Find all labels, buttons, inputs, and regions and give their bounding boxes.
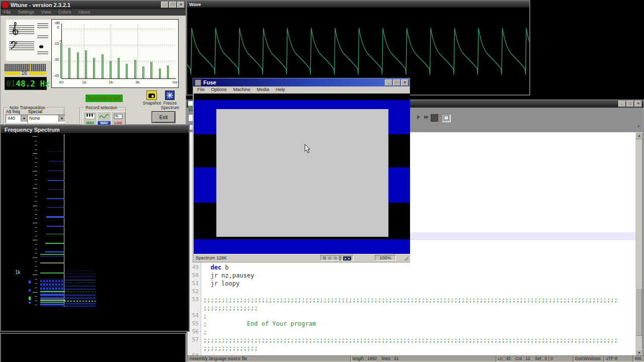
axis-tick bbox=[35, 279, 37, 280]
run-icon[interactable] bbox=[416, 114, 422, 120]
close-button[interactable]: × bbox=[401, 79, 409, 86]
peak-marker: × bbox=[59, 39, 62, 43]
chevron-down-icon[interactable]: ▼ bbox=[21, 115, 27, 122]
spectrogram-line bbox=[64, 295, 96, 296]
frequency-spectrum-window: Frequency Spectrum 1k bbox=[0, 125, 190, 332]
waveform-icon bbox=[99, 114, 109, 119]
menu-media[interactable]: Media bbox=[257, 87, 270, 94]
code-text: jr nz,pausey bbox=[203, 272, 254, 280]
menu-file[interactable]: File bbox=[4, 10, 11, 16]
snapshot-button[interactable] bbox=[146, 90, 157, 100]
code-text: ;;;;;;;;;;;;;;; bbox=[203, 344, 258, 352]
fuse-emulator-window: Fuse _ □ × File Options Machine Media He… bbox=[193, 78, 410, 262]
wtune-menubar: File Settings View Colors About bbox=[1, 9, 186, 16]
close-button[interactable]: × bbox=[634, 101, 642, 107]
axis-tick bbox=[35, 296, 37, 297]
minimize-button[interactable]: _ bbox=[161, 2, 169, 8]
recording-status[interactable]: Recording off bbox=[86, 95, 123, 102]
menu-about[interactable]: About bbox=[78, 10, 90, 16]
code-row: 50 jr nz,pausey bbox=[188, 272, 635, 280]
spectrogram-line bbox=[40, 304, 64, 305]
wtune-titlebar[interactable]: Wtune - version 2.3.2.1 _ □ × bbox=[1, 1, 186, 9]
menu-options[interactable]: Options bbox=[211, 87, 227, 94]
spectrogram-line bbox=[48, 170, 64, 171]
axis-tick bbox=[35, 166, 37, 167]
maximize-button[interactable]: □ bbox=[393, 79, 400, 86]
resize-grip-icon[interactable] bbox=[404, 255, 409, 261]
group-title: Record selection bbox=[84, 105, 119, 110]
wave-titlebar[interactable]: Wave bbox=[187, 1, 529, 8]
menu-file[interactable]: File bbox=[197, 87, 205, 94]
record-macro-icon[interactable] bbox=[431, 114, 438, 122]
spectrogram-line bbox=[48, 151, 64, 152]
spectrogram-line bbox=[47, 207, 64, 208]
spectrogram-line bbox=[64, 289, 96, 290]
axis-tick bbox=[35, 231, 37, 232]
spectrogram-line bbox=[46, 216, 64, 218]
scrollbar-thumb[interactable] bbox=[635, 288, 642, 336]
chevron-down-icon[interactable]: ▼ bbox=[58, 115, 65, 122]
tab-close-icon[interactable]: x bbox=[637, 124, 639, 128]
border-stripe bbox=[194, 239, 410, 255]
camera-lens bbox=[151, 95, 154, 98]
axis-tick bbox=[35, 305, 37, 305]
record-log-button[interactable]: LOG bbox=[111, 111, 126, 126]
spectrogram-line bbox=[64, 292, 96, 292]
special-label: Special bbox=[28, 109, 42, 114]
led-unit: Hz bbox=[35, 79, 50, 88]
harmonic-bar bbox=[60, 43, 62, 78]
spectrogram-line bbox=[40, 281, 64, 282]
menu-help[interactable]: Help bbox=[276, 87, 285, 94]
special-select[interactable]: None▼ bbox=[27, 115, 65, 123]
fuse-titlebar[interactable]: Fuse _ □ × bbox=[193, 78, 410, 86]
minimize-button[interactable]: _ bbox=[385, 79, 392, 86]
ytick-0: 0 bbox=[57, 25, 59, 30]
record-midi-button[interactable]: MIDI bbox=[83, 111, 98, 126]
close-button[interactable]: × bbox=[177, 2, 185, 8]
menu-settings[interactable]: Settings bbox=[18, 10, 35, 16]
axis-tick bbox=[33, 223, 37, 223]
code-row: ;;;;;;;;;;;;;;; bbox=[188, 344, 635, 352]
spectrogram-line bbox=[40, 256, 64, 256]
menu-machine[interactable]: Machine bbox=[233, 87, 251, 94]
axis-tick bbox=[35, 253, 37, 253]
a5-freq-select[interactable]: 440▼ bbox=[6, 115, 28, 123]
harmonic-bar bbox=[118, 58, 120, 78]
spectrogram-line bbox=[47, 226, 64, 227]
code-row: ;;;;;;;;;;;;;;; bbox=[188, 304, 635, 312]
ytick-15: -15 bbox=[53, 41, 59, 46]
xtick-40: 40 bbox=[59, 80, 63, 84]
maximize-button[interactable]: □ bbox=[169, 2, 177, 8]
gridline bbox=[84, 25, 85, 78]
axis-tick bbox=[35, 249, 37, 249]
vertical-scrollbar[interactable]: ▲ ▼ bbox=[635, 132, 642, 356]
freeze-spectrum-button[interactable] bbox=[165, 90, 175, 100]
spectrogram-line bbox=[64, 303, 96, 304]
plot-ylabel: dB bbox=[55, 21, 60, 25]
emulator-display[interactable] bbox=[194, 94, 410, 255]
code-text: ;;;;;;;;;;;;;;;;;;;;;;;;;;;;;;;;;;;;;;;;… bbox=[203, 336, 618, 344]
spectrogram-line bbox=[47, 180, 64, 181]
status-cursor-pos: Ln : 45 Col : 12 Sel : 0 | 0 bbox=[496, 355, 575, 362]
scroll-up-icon[interactable]: ▲ bbox=[635, 132, 643, 139]
maximize-button[interactable]: □ bbox=[626, 101, 634, 107]
menu-colors[interactable]: Colors bbox=[58, 10, 71, 16]
minimize-button[interactable]: _ bbox=[618, 101, 626, 107]
status-eol-format: Dos\Windows bbox=[573, 355, 606, 362]
xunit-hz: Hz bbox=[173, 80, 178, 84]
spectrogram-line bbox=[48, 189, 64, 190]
spectrogram-line bbox=[45, 243, 64, 244]
gridline bbox=[61, 45, 176, 45]
axis-tick bbox=[33, 257, 37, 258]
exit-button[interactable]: Exit bbox=[151, 111, 176, 123]
run-fast-icon[interactable] bbox=[423, 114, 429, 120]
code-text: ;;;;;;;;;;;;;;; bbox=[203, 304, 258, 312]
axis-tick bbox=[35, 244, 37, 245]
axis-tick bbox=[35, 288, 37, 288]
monitor-icon[interactable] bbox=[442, 114, 451, 122]
status-insert-mode: INS bbox=[632, 355, 644, 362]
menu-view[interactable]: View bbox=[41, 10, 51, 16]
freq-titlebar[interactable]: Frequency Spectrum bbox=[1, 126, 189, 133]
toolbar-separator bbox=[440, 114, 440, 121]
record-wav-button[interactable]: WAV bbox=[97, 111, 112, 126]
